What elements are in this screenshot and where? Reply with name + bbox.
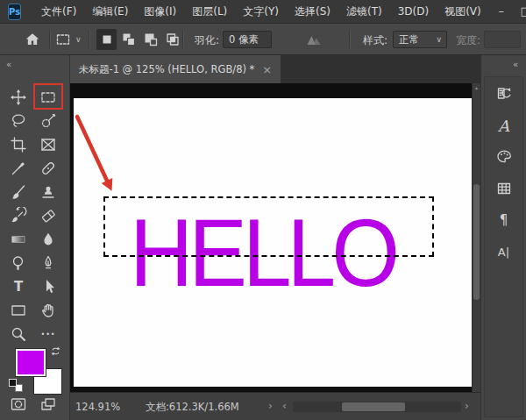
toolbox-collapse-button[interactable]: «	[6, 60, 12, 69]
vertical-scrollbar-thumb[interactable]	[473, 184, 480, 300]
marquee-icon	[39, 89, 57, 106]
eyedropper-tool[interactable]	[7, 158, 30, 179]
eraser-icon	[39, 207, 57, 224]
home-button[interactable]	[24, 31, 41, 48]
menu-3d[interactable]: 3D(D)	[390, 5, 437, 18]
style-label: 样式:	[363, 33, 387, 48]
zoom-tool[interactable]	[7, 324, 30, 345]
add-to-selection-button[interactable]	[118, 29, 139, 50]
canvas[interactable]: HELLO	[74, 98, 472, 387]
panel-swatches[interactable]	[481, 176, 526, 201]
rectangle-tool[interactable]	[7, 300, 30, 321]
lasso-tool[interactable]	[7, 110, 30, 132]
gradient-tool[interactable]	[7, 229, 30, 250]
lasso-icon	[10, 112, 27, 130]
panel-character[interactable]: A|	[481, 239, 526, 264]
minimize-button[interactable]: –	[489, 0, 514, 23]
quick-selection-tool[interactable]	[37, 110, 60, 132]
document-area: 未标题-1 @ 125% (HELLO, RGB/8) * × HELLO ▴ …	[70, 55, 480, 420]
intersect-selection-button[interactable]	[162, 29, 182, 50]
scroll-up-icon[interactable]: ▴	[473, 84, 480, 90]
hand-tool[interactable]	[37, 300, 60, 321]
palette-icon	[495, 148, 513, 166]
character-icon: A|	[498, 246, 509, 259]
swap-colors-button[interactable]	[50, 345, 61, 357]
pen-tool[interactable]	[37, 253, 60, 274]
style-select[interactable]: 正常 ∨	[393, 31, 447, 48]
frame-tool[interactable]	[37, 134, 60, 155]
marquee-preset-icon	[54, 31, 72, 48]
rectangular-marquee-tool[interactable]	[37, 87, 60, 108]
crop-tool[interactable]	[7, 134, 30, 155]
move-tool[interactable]	[7, 87, 30, 108]
type-tool[interactable]: T	[7, 276, 30, 297]
feather-input[interactable]: 0 像素	[223, 31, 272, 48]
panel-glyphs[interactable]: A	[481, 113, 526, 138]
menu-type[interactable]: 文字(Y)	[235, 4, 287, 19]
photoshop-logo[interactable]: Ps	[8, 4, 21, 20]
water-drop-icon	[39, 231, 57, 248]
menu-select[interactable]: 选择(S)	[287, 4, 338, 19]
canvas-viewport: HELLO ▴	[70, 83, 480, 392]
dock-collapse-button[interactable]: «	[513, 60, 519, 69]
anti-alias-button[interactable]	[305, 31, 323, 48]
subtract-from-selection-button[interactable]	[140, 29, 160, 50]
blur-tool[interactable]	[37, 229, 60, 250]
anti-alias-icon	[305, 31, 323, 48]
dodge-tool[interactable]	[7, 253, 30, 274]
screen-mode-button[interactable]	[37, 394, 60, 415]
selection-mode-group	[96, 29, 182, 50]
divider	[182, 30, 183, 48]
document-info[interactable]: 文档:612.3K/1.66M	[146, 401, 239, 414]
tab-close-icon[interactable]: ×	[262, 63, 272, 76]
history-brush-tool[interactable]	[7, 205, 30, 226]
menu-filter[interactable]: 滤镜(T)	[338, 4, 390, 19]
type-icon: T	[14, 279, 23, 295]
scroll-left-icon[interactable]: ‹	[282, 400, 287, 412]
subtract-selection-icon	[142, 31, 160, 48]
tool-preset-picker[interactable]: ∨	[54, 31, 82, 48]
maximize-button[interactable]: □	[514, 0, 526, 23]
paragraph-icon: ¶	[500, 212, 508, 228]
quick-mask-icon	[10, 395, 27, 413]
horizontal-scrollbar[interactable]	[293, 402, 461, 412]
document-tab[interactable]: 未标题-1 @ 125% (HELLO, RGB/8) * ×	[70, 55, 281, 83]
eyedropper-icon	[10, 160, 27, 177]
brush-tool[interactable]	[7, 182, 30, 203]
divider	[49, 30, 50, 48]
menu-layer[interactable]: 图层(L)	[184, 4, 235, 19]
status-expand-icon[interactable]: ›	[268, 400, 273, 412]
scroll-right-icon[interactable]: ›	[465, 400, 469, 412]
default-colors-button[interactable]	[9, 379, 23, 392]
quick-selection-icon	[39, 112, 57, 130]
horizontal-scrollbar-thumb[interactable]	[342, 402, 405, 411]
eraser-tool[interactable]	[37, 205, 60, 226]
menu-image[interactable]: 图像(I)	[136, 4, 184, 19]
menu-edit[interactable]: 编辑(E)	[84, 4, 136, 19]
width-input[interactable]	[484, 31, 521, 48]
zoom-level-field[interactable]: 124.91%	[75, 401, 120, 413]
screen-mode-icon	[39, 395, 57, 413]
panel-paragraph[interactable]: ¶	[481, 208, 526, 232]
clone-stamp-tool[interactable]	[37, 182, 60, 203]
spot-healing-brush-tool[interactable]	[37, 158, 60, 179]
vertical-scrollbar[interactable]: ▴	[472, 83, 480, 392]
foreground-color-swatch[interactable]	[16, 349, 46, 376]
edit-toolbar-button[interactable]: •••	[37, 324, 60, 345]
selection-arrow-icon	[39, 278, 57, 295]
home-icon	[24, 31, 41, 48]
new-selection-button[interactable]	[96, 29, 117, 50]
selection-marquee	[103, 196, 434, 257]
divider	[349, 30, 350, 48]
swatches-grid-icon	[495, 180, 513, 197]
panel-history[interactable]	[481, 82, 526, 106]
panel-color[interactable]	[481, 145, 526, 169]
default-foreground-icon	[9, 379, 17, 387]
magnifier-icon	[10, 325, 27, 343]
menu-bar: Ps 文件(F) 编辑(E) 图像(I) 图层(L) 文字(Y) 选择(S) 滤…	[0, 0, 526, 24]
quick-mask-button[interactable]	[7, 394, 30, 415]
menu-file[interactable]: 文件(F)	[33, 4, 84, 19]
menu-view[interactable]: 视图(V)	[437, 4, 489, 19]
path-selection-tool[interactable]	[37, 276, 60, 297]
frame-icon	[39, 136, 57, 153]
